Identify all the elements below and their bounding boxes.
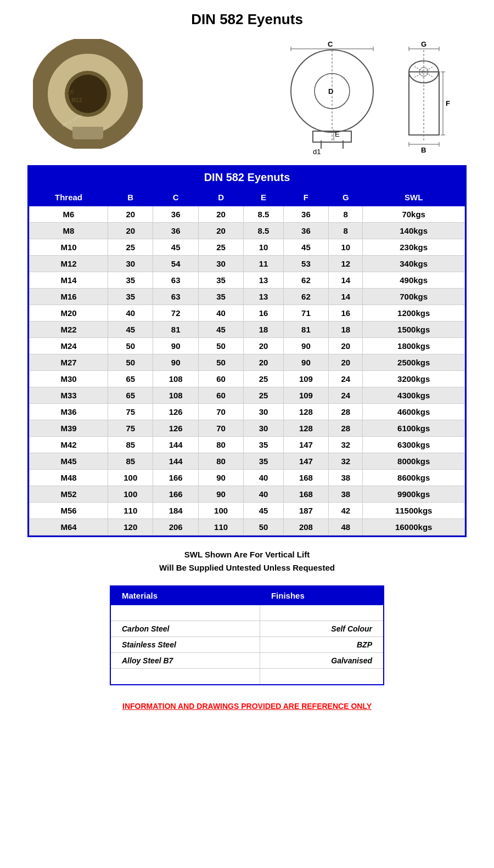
cell-g: 16	[329, 305, 363, 322]
cell-swl: 4300kgs	[363, 387, 465, 404]
cell-f: 90	[283, 354, 328, 371]
cell-f: 128	[283, 420, 328, 437]
table-title: DIN 582 Eyenuts	[29, 167, 465, 188]
svg-text:F: F	[446, 99, 450, 108]
cell-e: 30	[244, 404, 283, 420]
main-table-wrapper: DIN 582 Eyenuts ThreadBCDEFGSWL M6203620…	[27, 165, 467, 537]
cell-c: 166	[153, 470, 198, 486]
cell-f: 208	[283, 519, 328, 536]
cell-e: 8.5	[244, 223, 283, 239]
cell-f: 168	[283, 486, 328, 503]
cell-f: 45	[283, 239, 328, 256]
cell-swl: 9900kgs	[363, 486, 465, 503]
cell-d: 35	[198, 289, 243, 305]
cell-f: 109	[283, 387, 328, 404]
cell-f: 168	[283, 470, 328, 486]
cell-c: 54	[153, 256, 198, 272]
cell-b: 20	[108, 223, 153, 239]
top-section: CE M12 lifting safety D C	[22, 39, 472, 149]
cell-d: 80	[198, 437, 243, 453]
column-header-d: D	[198, 189, 243, 206]
cell-d: 80	[198, 453, 243, 470]
cell-b: 35	[108, 272, 153, 289]
table-row: M204072401671161200kgs	[30, 305, 465, 322]
materials-table: MaterialsFinishes Carbon SteelSelf Colou…	[110, 585, 384, 685]
cell-g: 12	[329, 256, 363, 272]
cell-c: 108	[153, 387, 198, 404]
cell-e: 40	[244, 470, 283, 486]
cell-g: 28	[329, 420, 363, 437]
cell-thread: M33	[30, 387, 108, 404]
cell-thread: M22	[30, 322, 108, 338]
finish-item: Self Colour	[260, 621, 384, 637]
mat-header-finishes: Finishes	[260, 586, 384, 605]
cell-g: 10	[329, 239, 363, 256]
cell-c: 63	[153, 289, 198, 305]
cell-e: 13	[244, 272, 283, 289]
table-row: M82036208.5368140kgs	[30, 223, 465, 239]
cell-thread: M42	[30, 437, 108, 453]
table-row: M56110184100451874211500kgs	[30, 503, 465, 519]
cell-d: 60	[198, 387, 243, 404]
cell-b: 50	[108, 338, 153, 354]
cell-thread: M10	[30, 239, 108, 256]
cell-e: 11	[244, 256, 283, 272]
cell-e: 10	[244, 239, 283, 256]
cell-f: 62	[283, 272, 328, 289]
cell-swl: 3200kgs	[363, 371, 465, 387]
cell-swl: 490kgs	[363, 272, 465, 289]
cell-c: 36	[153, 223, 198, 239]
cell-b: 65	[108, 387, 153, 404]
cell-f: 53	[283, 256, 328, 272]
cell-c: 166	[153, 486, 198, 503]
product-image: CE M12 lifting safety	[33, 39, 143, 149]
cell-d: 45	[198, 322, 243, 338]
cell-d: 60	[198, 371, 243, 387]
cell-e: 30	[244, 420, 283, 437]
table-row: M12305430115312340kgs	[30, 256, 465, 272]
cell-f: 187	[283, 503, 328, 519]
cell-swl: 6300kgs	[363, 437, 465, 453]
svg-text:C: C	[328, 40, 333, 48]
cell-swl: 1500kgs	[363, 322, 465, 338]
table-row: M39751267030128286100kgs	[30, 420, 465, 437]
list-item: Alloy Steel B7Galvanised	[110, 653, 384, 669]
cell-c: 184	[153, 503, 198, 519]
column-header-g: G	[329, 189, 363, 206]
cell-g: 8	[329, 206, 363, 223]
cell-g: 48	[329, 519, 363, 536]
cell-g: 18	[329, 322, 363, 338]
svg-text:B: B	[421, 146, 426, 154]
cell-swl: 70kgs	[363, 206, 465, 223]
table-row: M64120206110502084816000kgs	[30, 519, 465, 536]
notes-section: SWL Shown Are For Vertical Lift Will Be …	[27, 548, 467, 574]
table-row: M62036208.536870kgs	[30, 206, 465, 223]
cell-thread: M8	[30, 223, 108, 239]
column-header-e: E	[244, 189, 283, 206]
material-item: Stainless Steel	[110, 637, 260, 653]
cell-c: 206	[153, 519, 198, 536]
cell-swl: 2500kgs	[363, 354, 465, 371]
finish-item: Galvanised	[260, 653, 384, 669]
table-row: M45851448035147328000kgs	[30, 453, 465, 470]
cell-e: 8.5	[244, 206, 283, 223]
cell-d: 70	[198, 404, 243, 420]
svg-text:d1: d1	[313, 148, 321, 156]
cell-thread: M6	[30, 206, 108, 223]
list-item: Carbon SteelSelf Colour	[110, 621, 384, 637]
cell-b: 75	[108, 420, 153, 437]
cell-c: 36	[153, 206, 198, 223]
column-header-thread: Thread	[30, 189, 108, 206]
cell-swl: 6100kgs	[363, 420, 465, 437]
cell-g: 42	[329, 503, 363, 519]
table-row: M30651086025109243200kgs	[30, 371, 465, 387]
cell-f: 147	[283, 437, 328, 453]
cell-c: 126	[153, 404, 198, 420]
cell-swl: 4600kgs	[363, 404, 465, 420]
notes-line1: SWL Shown Are For Vertical Lift	[27, 548, 467, 561]
footer-note: INFORMATION AND DRAWINGS PROVIDED ARE RE…	[22, 702, 472, 711]
cell-thread: M39	[30, 420, 108, 437]
cell-swl: 140kgs	[363, 223, 465, 239]
cell-b: 35	[108, 289, 153, 305]
footer-text: INFORMATION AND DRAWINGS PROVIDED ARE RE…	[122, 702, 372, 711]
